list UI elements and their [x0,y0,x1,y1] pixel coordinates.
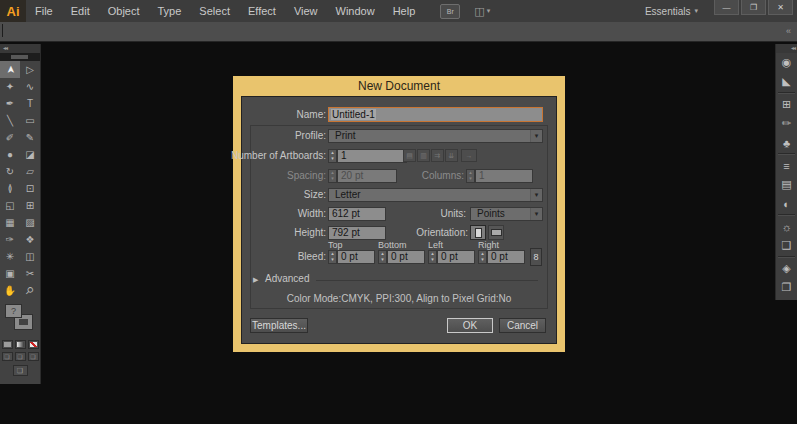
name-input[interactable]: Untitled-1 [328,107,543,122]
none-button[interactable] [28,340,39,349]
draw-behind-button[interactable]: ❏ [15,352,26,361]
grid-by-column-button[interactable]: ▥ [417,149,430,162]
appearance-panel-icon[interactable]: ☼ [776,217,797,236]
lasso-tool[interactable]: ∿ [20,78,40,95]
slice-tool[interactable]: ✂ [20,265,40,282]
artboard-tool[interactable]: ▣ [0,265,20,282]
rotate-tool[interactable]: ↻ [0,163,20,180]
paintbrush-tool[interactable]: ✐ [0,129,20,146]
gradient-tool[interactable]: ▨ [20,214,40,231]
artboards-panel-icon[interactable]: ❐ [776,278,797,297]
close-button[interactable]: ✕ [768,0,793,15]
bridge-icon[interactable]: Br [440,4,460,19]
size-dropdown[interactable]: Letter ▾ [328,188,543,202]
menu-object[interactable]: Object [99,0,149,22]
tools-panel-collapse-icon[interactable]: ◂◂ [0,44,40,53]
menu-effect[interactable]: Effect [239,0,285,22]
symbol-sprayer-tool[interactable]: ✳ [0,248,20,265]
arrange-documents-icon[interactable]: ◫ ▾ [474,5,490,18]
cancel-button[interactable]: Cancel [499,318,546,333]
magic-wand-tool[interactable]: ✦ [0,78,20,95]
free-transform-tool[interactable]: ⊡ [20,180,40,197]
advanced-expand-icon[interactable]: ▶ [253,276,258,284]
grid-by-row-button[interactable]: ▤ [403,149,416,162]
collapse-panel-icon[interactable]: « [786,26,791,36]
screen-mode-button[interactable]: ❏ [13,365,28,376]
width-tool[interactable]: ≬ [0,180,20,197]
menu-type[interactable]: Type [149,0,191,22]
symbols-panel-icon[interactable]: ♣ [776,133,797,152]
gradient-panel-icon[interactable]: ▤ [776,175,797,194]
rectangle-tool[interactable]: ▭ [20,112,40,129]
arrange-by-column-button[interactable]: ⇊ [445,149,458,162]
bleed-bottom-input[interactable]: 0 pt [387,250,425,264]
fill-color-button[interactable] [2,340,13,349]
pen-tool[interactable]: ✒ [0,95,20,112]
eraser-tool[interactable]: ◪ [20,146,40,163]
dock-collapse-icon[interactable]: ◂◂ [776,44,797,53]
eyedropper-tool[interactable]: ✑ [0,231,20,248]
zoom-tool[interactable]: ⚲ [20,282,40,299]
menu-file[interactable]: File [26,0,62,22]
height-input[interactable]: 792 pt [328,226,386,240]
menu-help[interactable]: Help [384,0,425,22]
chevron-down-icon: ▾ [530,189,542,201]
graphic-styles-panel-icon[interactable]: ❑ [776,236,797,255]
transparency-panel-icon[interactable]: ◐ [776,194,797,213]
new-document-dialog: New Document Name: Untitled-1 Profile: P… [233,76,565,352]
bleed-right-input[interactable]: 0 pt [487,250,525,264]
direct-selection-tool[interactable]: ▷ [20,61,40,78]
bleed-bottom-stepper[interactable]: ▴ ▾ [378,250,387,264]
artboards-input[interactable]: 1 [337,149,407,163]
gradient-button[interactable] [15,340,26,349]
layers-panel-icon[interactable]: ◈ [776,259,797,278]
mesh-tool[interactable]: ▦ [0,214,20,231]
advanced-toggle[interactable]: Advanced [265,273,309,284]
arrange-by-row-button[interactable]: ⇉ [431,149,444,162]
fill-swatch[interactable]: ? [5,304,22,318]
layout-direction-button[interactable]: → [461,149,477,162]
line-segment-tool[interactable]: ╲ [0,112,20,129]
blob-brush-tool[interactable]: ● [0,146,20,163]
bleed-left-input[interactable]: 0 pt [437,250,475,264]
units-dropdown[interactable]: Points ▾ [470,207,543,221]
bleed-top-input[interactable]: 0 pt [337,250,375,264]
draw-normal-button[interactable]: ❏ [2,352,13,361]
width-input[interactable]: 612 pt [328,207,386,221]
perspective-grid-tool[interactable]: ⊞ [20,197,40,214]
profile-dropdown[interactable]: Print ▾ [328,129,543,143]
bleed-right-stepper[interactable]: ▴ ▾ [478,250,487,264]
menu-edit[interactable]: Edit [62,0,99,22]
menu-view[interactable]: View [285,0,327,22]
ok-button[interactable]: OK [447,318,493,333]
draw-inside-button[interactable]: ❏ [28,352,39,361]
artboards-stepper[interactable]: ▴ ▾ [328,149,337,163]
column-graph-tool[interactable]: ◫ [20,248,40,265]
blend-tool[interactable]: ❖ [20,231,40,248]
color-panel-icon[interactable]: ◉ [776,53,797,72]
workspace-switcher[interactable]: Essentials ▾ [645,0,698,22]
templates-button[interactable]: Templates... [250,318,308,333]
scale-tool[interactable]: ▱ [20,163,40,180]
stroke-panel-icon[interactable]: ≡ [776,156,797,175]
units-value: Points [477,208,505,219]
orientation-portrait-button[interactable] [470,225,486,240]
color-guide-panel-icon[interactable]: ◣ [776,72,797,91]
color-mode-summary: Color Mode:CMYK, PPI:300, Align to Pixel… [251,293,547,304]
menu-window[interactable]: Window [327,0,384,22]
restore-button[interactable]: ❐ [741,0,766,15]
bleed-left-stepper[interactable]: ▴ ▾ [428,250,437,264]
type-tool[interactable]: T [20,95,40,112]
tools-panel-tab[interactable] [0,53,40,61]
bleed-top-stepper[interactable]: ▴ ▾ [328,250,337,264]
swatches-panel-icon[interactable]: ⊞ [776,95,797,114]
pencil-tool[interactable]: ✎ [20,129,40,146]
orientation-landscape-button[interactable] [488,225,504,240]
link-bleeds-icon[interactable]: 8 [530,248,542,266]
minimize-button[interactable]: — [714,0,739,15]
selection-tool[interactable]: ➤ [0,61,20,78]
shape-builder-tool[interactable]: ◱ [0,197,20,214]
brushes-panel-icon[interactable]: ✏ [776,114,797,133]
menu-select[interactable]: Select [190,0,239,22]
hand-tool[interactable]: ✋ [0,282,20,299]
